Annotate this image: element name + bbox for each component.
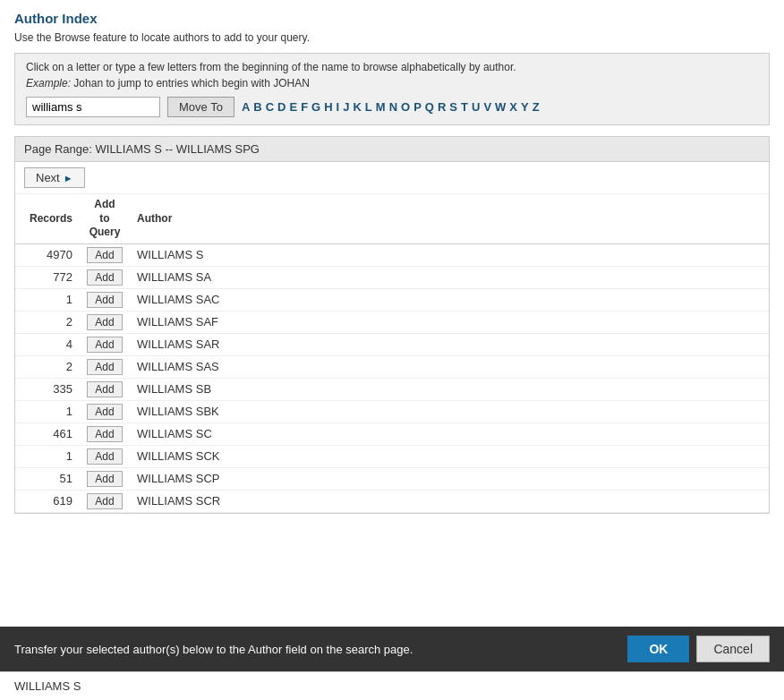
records-cell: 4: [15, 333, 78, 355]
footer-message: Transfer your selected author(s) below t…: [14, 643, 413, 656]
table-row: 772AddWILLIAMS SA: [15, 266, 769, 288]
next-label: Next: [36, 171, 60, 184]
alpha-link-a[interactable]: A: [242, 100, 250, 114]
records-cell: 2: [15, 355, 78, 378]
add-cell: Add: [78, 378, 132, 400]
subtitle: Use the Browse feature to locate authors…: [14, 31, 770, 44]
add-cell: Add: [78, 467, 132, 490]
next-arrow-icon: ►: [64, 173, 73, 184]
alpha-link-p[interactable]: P: [413, 100, 422, 114]
results-panel: Page Range: WILLIAMS S -- WILLIAMS SPG N…: [14, 136, 770, 514]
alpha-link-o[interactable]: O: [401, 100, 410, 114]
alpha-link-e[interactable]: E: [289, 100, 297, 114]
browse-instruction: Click on a letter or type a few letters …: [26, 61, 758, 73]
alpha-link-j[interactable]: J: [343, 100, 349, 114]
table-row: 2AddWILLIAMS SAS: [15, 355, 769, 378]
records-cell: 772: [15, 266, 78, 288]
table-row: 4970AddWILLIAMS S: [15, 243, 769, 266]
page-title: Author Index: [14, 11, 770, 26]
move-to-button[interactable]: Move To: [167, 97, 234, 117]
alpha-link-v[interactable]: V: [483, 100, 491, 114]
table-row: 1AddWILLIAMS SCK: [15, 445, 769, 467]
alpha-link-k[interactable]: K: [353, 100, 361, 114]
records-cell: 1: [15, 400, 78, 423]
add-cell: Add: [78, 355, 132, 378]
records-cell: 1: [15, 445, 78, 467]
browse-box: Click on a letter or type a few letters …: [14, 53, 770, 125]
table-row: 1AddWILLIAMS SAC: [15, 288, 769, 311]
table-row: 4AddWILLIAMS SAR: [15, 333, 769, 355]
author-cell: WILLIAMS SBK: [132, 400, 769, 423]
alpha-link-i[interactable]: I: [337, 100, 340, 114]
add-button-1[interactable]: Add: [87, 269, 122, 286]
cancel-button[interactable]: Cancel: [696, 636, 770, 662]
page-range: Page Range: WILLIAMS S -- WILLIAMS SPG: [15, 137, 769, 162]
add-cell: Add: [78, 288, 132, 311]
add-button-11[interactable]: Add: [87, 493, 122, 509]
browse-input[interactable]: [26, 97, 160, 117]
alpha-link-b[interactable]: B: [253, 100, 261, 114]
col-add-line3: Query: [89, 226, 121, 238]
alpha-link-f[interactable]: F: [301, 100, 308, 114]
add-button-6[interactable]: Add: [87, 381, 122, 397]
col-add-to-query: Add to Query: [78, 194, 132, 243]
alpha-link-q[interactable]: Q: [425, 100, 434, 114]
alphabet-links: ABCDEFGHIJKLMNOPQRSTUVWXYZ: [242, 100, 540, 114]
alpha-link-t[interactable]: T: [461, 100, 468, 114]
table-row: 461AddWILLIAMS SC: [15, 423, 769, 445]
add-button-3[interactable]: Add: [87, 314, 122, 330]
authors-table: Records Add to Query Author 4970AddWILLI…: [15, 194, 769, 513]
add-cell: Add: [78, 445, 132, 467]
alpha-link-l[interactable]: L: [365, 100, 372, 114]
alpha-link-d[interactable]: D: [277, 100, 285, 114]
browse-instruction-text: Click on a letter or type a few letters …: [26, 61, 516, 73]
alpha-link-c[interactable]: C: [266, 100, 274, 114]
selected-author-row: WILLIAMS S: [0, 671, 784, 700]
table-row: 51AddWILLIAMS SCP: [15, 467, 769, 490]
alpha-link-r[interactable]: R: [438, 100, 446, 114]
add-button-8[interactable]: Add: [87, 426, 122, 442]
add-cell: Add: [78, 400, 132, 423]
col-add-line2: to: [99, 212, 109, 225]
add-button-10[interactable]: Add: [87, 471, 122, 487]
records-cell: 461: [15, 423, 78, 445]
records-cell: 51: [15, 467, 78, 490]
col-records: Records: [15, 194, 78, 243]
alpha-link-x[interactable]: X: [509, 100, 517, 114]
alpha-link-w[interactable]: W: [495, 100, 506, 114]
browse-row: Move To ABCDEFGHIJKLMNOPQRSTUVWXYZ: [26, 97, 758, 117]
add-cell: Add: [78, 311, 132, 333]
alpha-link-m[interactable]: M: [376, 100, 386, 114]
author-cell: WILLIAMS SAC: [132, 288, 769, 311]
ok-button[interactable]: OK: [627, 636, 689, 662]
add-button-2[interactable]: Add: [87, 292, 122, 308]
add-button-9[interactable]: Add: [87, 448, 122, 465]
add-cell: Add: [78, 333, 132, 355]
alpha-link-g[interactable]: G: [311, 100, 320, 114]
alpha-link-u[interactable]: U: [472, 100, 480, 114]
add-cell: Add: [78, 423, 132, 445]
alpha-link-y[interactable]: Y: [521, 100, 529, 114]
col-add-line1: Add: [94, 198, 115, 210]
top-section: Author Index Use the Browse feature to l…: [0, 0, 784, 627]
records-cell: 2: [15, 311, 78, 333]
add-button-5[interactable]: Add: [87, 359, 122, 375]
author-cell: WILLIAMS SC: [132, 423, 769, 445]
add-cell: Add: [78, 490, 132, 512]
browse-example: Example: Johan to jump to entries which …: [26, 77, 758, 90]
add-button-4[interactable]: Add: [87, 337, 122, 353]
alpha-link-h[interactable]: H: [324, 100, 332, 114]
next-button[interactable]: Next ►: [24, 167, 85, 188]
author-cell: WILLIAMS SA: [132, 266, 769, 288]
alpha-link-s[interactable]: S: [449, 100, 457, 114]
bottom-bar: Transfer your selected author(s) below t…: [0, 627, 784, 671]
alpha-link-z[interactable]: Z: [533, 100, 540, 114]
add-button-7[interactable]: Add: [87, 404, 122, 420]
example-label: Example:: [26, 77, 71, 90]
alpha-link-n[interactable]: N: [389, 100, 397, 114]
add-button-0[interactable]: Add: [87, 247, 122, 263]
author-cell: WILLIAMS SCR: [132, 490, 769, 512]
author-cell: WILLIAMS SAF: [132, 311, 769, 333]
selected-author: WILLIAMS S: [14, 679, 81, 693]
author-cell: WILLIAMS SCK: [132, 445, 769, 467]
